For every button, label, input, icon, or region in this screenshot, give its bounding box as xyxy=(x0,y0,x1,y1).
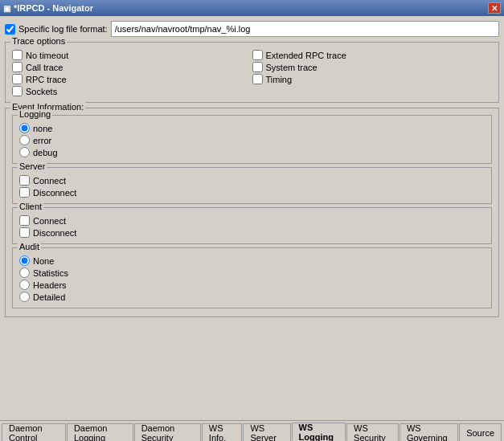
trace-options-title: Trace options xyxy=(10,36,67,46)
tab-ws-security[interactable]: WS Security xyxy=(346,423,399,441)
rpc-trace-row: RPC trace xyxy=(12,73,252,85)
audit-title: Audit xyxy=(18,242,41,251)
trace-col2: Extended RPC trace System trace Timing xyxy=(252,49,493,97)
tab-daemon-control[interactable]: Daemon Control xyxy=(2,423,66,441)
event-info-group: Event Information: Logging none error xyxy=(5,108,499,317)
tab-daemon-security-label: Daemon Security xyxy=(141,423,194,442)
tab-ws-logging[interactable]: WS Logging xyxy=(292,423,346,441)
aud-detailed-label: Detailed xyxy=(33,292,65,302)
aud-headers-label: Headers xyxy=(33,280,67,290)
srv-disconnect-checkbox[interactable] xyxy=(19,187,30,198)
title-bar-text: *IRPCD - Navigator xyxy=(14,3,488,13)
tab-ws-governing[interactable]: WS Governing xyxy=(400,423,458,441)
log-none-radio[interactable] xyxy=(19,123,30,133)
tab-daemon-security[interactable]: Daemon Security xyxy=(134,423,201,441)
log-none-label: none xyxy=(33,124,52,133)
logging-title: Logging xyxy=(18,109,52,119)
main-content: Specific log file format: Trace options … xyxy=(0,16,504,420)
aud-headers-radio[interactable] xyxy=(19,280,30,290)
system-trace-checkbox[interactable] xyxy=(252,62,263,72)
tab-source-label: Source xyxy=(466,428,494,438)
aud-detailed-radio[interactable] xyxy=(19,292,30,302)
log-debug-label: debug xyxy=(33,148,58,157)
srv-disconnect-label: Disconnect xyxy=(33,188,76,198)
trace-col1: No timeout Call trace RPC trace Sockets xyxy=(12,49,252,97)
title-bar: ▣ *IRPCD - Navigator ✕ xyxy=(0,0,504,16)
rpc-trace-checkbox[interactable] xyxy=(12,74,23,84)
aud-statistics-label: Statistics xyxy=(33,268,68,278)
tab-ws-server[interactable]: WS Server xyxy=(243,423,290,441)
tab-ws-governing-label: WS Governing xyxy=(407,423,451,442)
aud-statistics-row: Statistics xyxy=(19,267,485,279)
aud-headers-row: Headers xyxy=(19,279,485,291)
log-file-input[interactable] xyxy=(111,21,499,37)
sockets-checkbox[interactable] xyxy=(12,86,23,96)
no-timeout-label: No timeout xyxy=(26,51,68,60)
tab-daemon-logging[interactable]: Daemon Logging xyxy=(67,423,133,441)
app-icon: ▣ xyxy=(3,4,10,13)
tab-daemon-control-label: Daemon Control xyxy=(9,423,59,442)
tab-ws-logging-label: WS Logging xyxy=(299,423,339,442)
sockets-label: Sockets xyxy=(26,87,57,96)
timing-label: Timing xyxy=(266,75,293,84)
tab-ws-security-label: WS Security xyxy=(354,423,391,442)
extended-rpc-checkbox[interactable] xyxy=(252,50,263,60)
extended-rpc-label: Extended RPC trace xyxy=(266,51,346,60)
system-trace-label: System trace xyxy=(266,63,318,72)
log-error-label: error xyxy=(33,136,51,145)
cli-disconnect-label: Disconnect xyxy=(33,228,76,238)
log-debug-row: debug xyxy=(19,146,485,158)
log-file-row: Specific log file format: xyxy=(5,21,499,37)
log-debug-radio[interactable] xyxy=(19,147,30,157)
srv-connect-row: Connect xyxy=(19,174,485,186)
trace-options-group: Trace options No timeout Call trace RPC … xyxy=(5,42,499,103)
audit-content: None Statistics Headers Detailed xyxy=(19,255,485,303)
sockets-row: Sockets xyxy=(12,85,252,97)
log-error-radio[interactable] xyxy=(19,135,30,145)
tab-ws-info-label: WS Info. xyxy=(209,423,236,442)
log-file-label: Specific log file format: xyxy=(18,24,108,34)
cli-connect-checkbox[interactable] xyxy=(19,215,30,226)
system-trace-row: System trace xyxy=(252,61,493,73)
log-none-row: none xyxy=(19,122,485,134)
tab-daemon-logging-label: Daemon Logging xyxy=(74,423,126,442)
rpc-trace-label: RPC trace xyxy=(26,75,67,84)
tab-ws-info[interactable]: WS Info. xyxy=(202,423,243,441)
cli-disconnect-checkbox[interactable] xyxy=(19,227,30,238)
server-title: Server xyxy=(18,161,47,171)
close-button[interactable]: ✕ xyxy=(488,2,501,14)
timing-checkbox[interactable] xyxy=(252,74,263,84)
tab-source[interactable]: Source xyxy=(459,423,502,441)
cli-disconnect-row: Disconnect xyxy=(19,227,485,239)
client-content: Connect Disconnect xyxy=(19,214,485,239)
timing-row: Timing xyxy=(252,73,493,85)
call-trace-label: Call trace xyxy=(26,63,63,72)
srv-connect-checkbox[interactable] xyxy=(19,175,30,186)
event-info-content: Logging none error debug xyxy=(12,115,492,308)
srv-disconnect-row: Disconnect xyxy=(19,186,485,198)
no-timeout-row: No timeout xyxy=(12,49,252,61)
aud-detailed-row: Detailed xyxy=(19,291,485,303)
extended-rpc-row: Extended RPC trace xyxy=(252,49,493,61)
cli-connect-label: Connect xyxy=(33,216,66,226)
logging-group: Logging none error debug xyxy=(12,115,492,164)
tab-bar: Daemon Control Daemon Logging Daemon Sec… xyxy=(0,420,504,441)
trace-options-content: No timeout Call trace RPC trace Sockets xyxy=(12,49,492,97)
call-trace-checkbox[interactable] xyxy=(12,62,23,72)
trace-options-grid: No timeout Call trace RPC trace Sockets xyxy=(12,49,492,97)
aud-none-row: None xyxy=(19,255,485,267)
audit-group: Audit None Statistics Headers xyxy=(12,247,492,308)
aud-statistics-radio[interactable] xyxy=(19,267,30,278)
logging-content: none error debug xyxy=(19,122,485,158)
tab-ws-server-label: WS Server xyxy=(250,423,283,442)
call-trace-row: Call trace xyxy=(12,61,252,73)
srv-connect-label: Connect xyxy=(33,176,66,186)
log-file-checkbox[interactable] xyxy=(5,24,15,35)
aud-none-label: None xyxy=(33,256,54,266)
client-title: Client xyxy=(18,202,43,211)
server-group: Server Connect Disconnect xyxy=(12,167,492,204)
client-group: Client Connect Disconnect xyxy=(12,207,492,244)
no-timeout-checkbox[interactable] xyxy=(12,50,23,60)
cli-connect-row: Connect xyxy=(19,214,485,227)
aud-none-radio[interactable] xyxy=(19,255,30,266)
